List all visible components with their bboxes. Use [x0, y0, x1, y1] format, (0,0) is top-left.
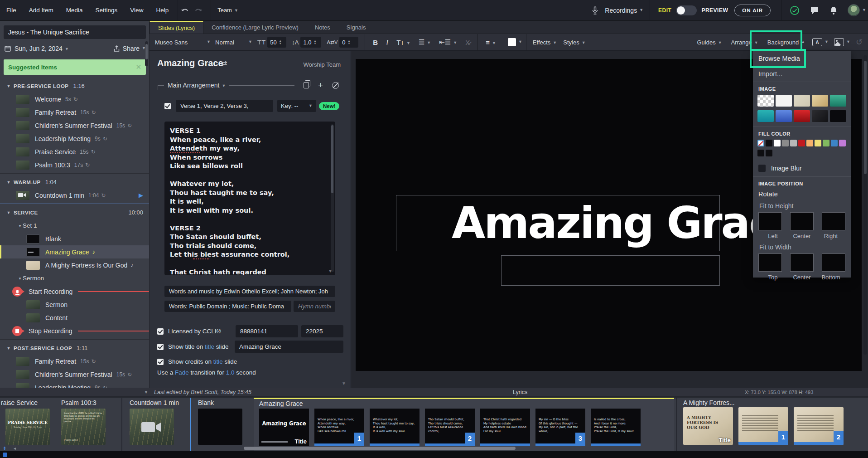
slide-thumbnail-mf-2[interactable]: 2 — [794, 407, 844, 445]
bold-button[interactable]: B — [369, 39, 382, 46]
fill-swatch[interactable] — [766, 150, 772, 156]
tab-slides-lyrics[interactable]: Slides (Lyrics) — [149, 21, 203, 34]
check-status-icon[interactable] — [790, 5, 800, 15]
fill-swatch[interactable] — [839, 140, 846, 146]
expand-icon[interactable]: ⇟ — [3, 446, 6, 451]
section-service[interactable]: ▼ SERVICE 10:00 — [0, 206, 149, 219]
image-swatch[interactable] — [812, 110, 828, 122]
slide-thumbnail-ag-1[interactable]: When peace, like a river, Attendeth my w… — [314, 409, 364, 446]
chevron-down-icon[interactable]: ▼ — [5, 346, 12, 351]
arrangement-dropdown[interactable]: Main Arrangement▼ — [164, 82, 229, 89]
slide-thumbnail-ag-title[interactable]: Amazing Grace Title — [259, 409, 309, 446]
ccli-checkbox[interactable] — [157, 328, 164, 335]
menu-item-rotate[interactable]: Rotate — [753, 189, 851, 200]
tab-confidence[interactable]: Confidence (Large Lyric Preview) — [203, 21, 307, 34]
slide-thumbnail-ag-4[interactable]: That Christ hath regarded My helpless es… — [480, 409, 530, 446]
list-item-welcome[interactable]: Welcome 5s ↻ — [0, 93, 149, 106]
guides-dropdown[interactable]: Guides▼ — [692, 39, 726, 46]
scroll-left-icon[interactable]: ◂ — [14, 446, 16, 451]
slide-thumbnail-mf-title[interactable]: A MIGHTY FORTRESS IS OUR GOD Title — [683, 407, 733, 445]
undo-icon[interactable] — [181, 7, 194, 14]
fit-height-left-option[interactable] — [758, 212, 782, 230]
group-sermon[interactable]: ▾ Sermon — [0, 272, 149, 285]
lyrics-text-editor[interactable]: VERSE 1 When peace, like a river, Attend… — [164, 122, 335, 275]
styles-dropdown[interactable]: Styles▼ — [559, 39, 589, 46]
text-case-dropdown[interactable]: TT▼ — [392, 39, 415, 46]
list-item-leadership-meeting-2[interactable]: Leadership Meeting 9s ↻ — [0, 381, 149, 388]
list-item-childrens-summer-festival[interactable]: Children's Summer Festival 15s ↻ — [0, 119, 149, 132]
transition-type-link[interactable]: Fade — [175, 369, 189, 376]
share-dropdown[interactable]: Share▼ — [114, 45, 146, 52]
credits-text-box[interactable] — [501, 255, 720, 286]
alignment-dropdown[interactable]: ≡▼ — [482, 39, 500, 46]
menu-file[interactable]: File — [0, 7, 23, 14]
chevron-down-icon[interactable]: ▼ — [5, 210, 12, 215]
slide-thumbnail-ag-5[interactable]: My sin — O the bliss Of this glorious th… — [535, 409, 585, 446]
slide-thumbnail-psalm[interactable]: Know that the LORD, he is God! It is he … — [61, 409, 106, 445]
fill-swatch[interactable] — [806, 140, 813, 146]
slide-thumbnail-blank[interactable] — [198, 409, 242, 445]
title-slide-text-input[interactable] — [235, 341, 343, 353]
menu-add-item[interactable]: Add Item — [23, 7, 60, 14]
preview-scrollbar[interactable] — [863, 55, 867, 355]
scroll-down-icon[interactable]: ▼ — [342, 381, 346, 386]
reset-rotate-icon[interactable]: ↺ — [853, 37, 868, 47]
background-dropdown-button[interactable]: Background▲ — [763, 34, 810, 51]
list-item-family-retreat-2[interactable]: Family Retreat 15s ↻ — [0, 355, 149, 368]
menu-view[interactable]: View — [124, 7, 149, 14]
list-item-blank[interactable]: Blank — [0, 232, 149, 245]
fill-swatch[interactable] — [790, 140, 797, 146]
section-warm-up[interactable]: ▼ WARM-UP 1:04 — [0, 175, 149, 189]
copyright-input[interactable] — [164, 301, 291, 312]
redo-icon[interactable] — [194, 7, 208, 14]
arrange-dropdown[interactable]: Arrange▼ — [727, 39, 763, 46]
slide-thumbnail-ag-6[interactable]: Is nailed to the cross, And I bear it no… — [591, 409, 641, 446]
fill-swatch[interactable] — [798, 140, 805, 146]
stepper-arrows[interactable]: ▲▼ — [314, 39, 317, 45]
key-dropdown[interactable]: Key: --▼ — [277, 100, 316, 112]
hymn-number-input[interactable] — [294, 301, 335, 312]
line-height-stepper[interactable]: 1.0 ▲▼ — [300, 37, 321, 48]
image-swatch[interactable] — [757, 110, 774, 122]
chevron-down-icon[interactable]: ▼ — [5, 84, 12, 88]
menu-item-browse-media[interactable]: Browse Media — [753, 51, 851, 66]
font-size-stepper[interactable]: 50 ▲▼ — [267, 37, 286, 48]
tab-signals[interactable]: Signals — [338, 21, 374, 34]
fit-width-bottom-option[interactable] — [822, 253, 845, 272]
slide-thumbnail-ag-2[interactable]: Whatever my lot, Thou hast taught me to … — [370, 409, 420, 446]
fill-swatch[interactable] — [815, 140, 821, 146]
sequence-input[interactable] — [176, 100, 273, 112]
filmstrip-horizontal-scrollbar[interactable] — [244, 447, 516, 450]
image-swatch[interactable] — [830, 95, 846, 107]
show-title-checkbox[interactable] — [157, 344, 164, 350]
slide-thumbnail-ag-3[interactable]: Tho Satan should buffet, Tho trials shou… — [425, 409, 475, 446]
ccli-number-input[interactable] — [236, 325, 298, 337]
list-item-amazing-grace-selected[interactable]: Amazing Grace ♪ — [0, 245, 149, 258]
service-date-dropdown[interactable]: Sun, Jun 2, 2024▼ — [14, 45, 69, 52]
clear-format-icon[interactable]: X̷ — [461, 39, 474, 46]
image-swatch[interactable] — [830, 110, 846, 122]
chat-icon[interactable] — [810, 6, 820, 15]
chevron-down-icon[interactable]: ▼ — [5, 180, 12, 185]
fill-swatch[interactable] — [757, 150, 764, 156]
sequence-checkbox[interactable] — [164, 103, 171, 109]
lyrics-scrollbar[interactable] — [331, 124, 334, 272]
slide-thumbnail-mf-1[interactable]: 1 — [738, 407, 788, 445]
fit-height-center-option[interactable] — [790, 212, 814, 230]
list-item-sermon[interactable]: Sermon — [0, 298, 149, 311]
list-item-childrens-summer-festival-2[interactable]: Children's Summer Festival 15s ↻ — [0, 368, 149, 381]
list-item-psalm-100-3[interactable]: Psalm 100:3 17s ↻ — [0, 158, 149, 171]
sidebar-scrollbar[interactable] — [145, 41, 148, 66]
font-style-dropdown[interactable]: Normal▼ — [215, 39, 252, 46]
list-item-leadership-meeting[interactable]: Leadership Meeting 9s ↻ — [0, 132, 149, 145]
list-item-stop-recording[interactable]: Stop Recording — [0, 324, 149, 337]
title-link[interactable]: title — [213, 358, 223, 365]
fill-swatch[interactable] — [831, 140, 838, 146]
scroll-down-icon[interactable]: ▼ — [328, 268, 333, 273]
group-set-1[interactable]: ▾ Set 1 — [0, 219, 149, 232]
list-item-a-mighty-fortress[interactable]: A Mighty Fortress Is Our God ♪ — [0, 258, 149, 272]
show-credits-checkbox[interactable] — [157, 359, 164, 365]
image-tool-icon[interactable]: ▼ — [831, 38, 853, 46]
list-item-countdown[interactable]: Countdown 1 min 1:04 ↻ ▶ — [0, 189, 149, 202]
italic-button[interactable]: I — [382, 39, 392, 46]
